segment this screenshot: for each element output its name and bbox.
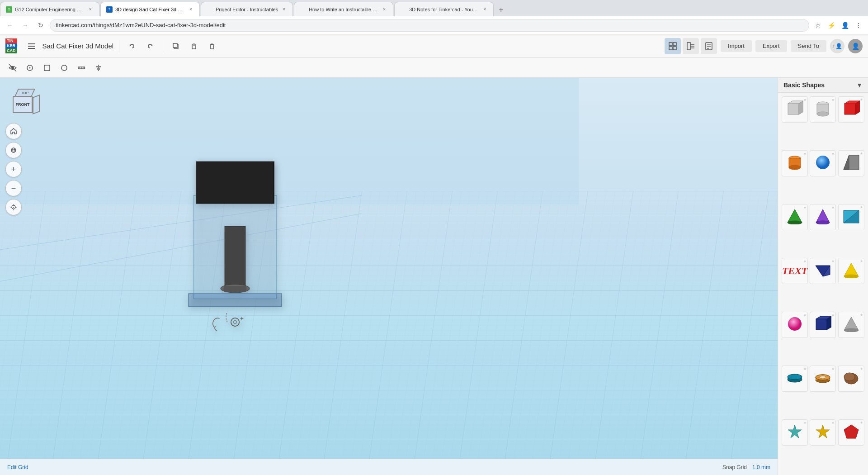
paste-button[interactable]	[187, 39, 201, 53]
delete-button[interactable]	[205, 39, 219, 53]
svg-rect-6	[173, 43, 177, 48]
address-bar[interactable]: tinkercad.com/things/dMz1wm2eUND-sad-cat…	[50, 19, 809, 32]
tab-instructables1[interactable]: Project Editor - Instructables ×	[201, 2, 293, 16]
align-button[interactable]	[91, 61, 106, 75]
snap-value[interactable]: 1.0 mm	[752, 464, 770, 470]
shape-item-shape-cone-yellow[interactable]: ★	[838, 258, 864, 284]
svg-rect-35	[96, 66, 101, 67]
svg-rect-38	[0, 191, 778, 475]
project-title: Sad Cat Fixer 3d Model	[42, 42, 114, 50]
tab-close-tinkercad[interactable]: ×	[188, 6, 194, 13]
import-button[interactable]: Import	[721, 40, 752, 52]
tab-youtube[interactable]: 3D Notes for Tinkercad - YouTu... ×	[394, 2, 494, 16]
shape-item-shape-angular-dark[interactable]: ★	[838, 150, 864, 176]
shape-item-shape-disc-teal[interactable]: ★	[782, 366, 808, 392]
tab-close-g12[interactable]: ×	[87, 6, 94, 13]
shape-item-shape-box-red[interactable]: ★	[838, 96, 864, 123]
top-right-actions: Import Export Send To +👤 👤	[665, 38, 863, 54]
left-controls: + −	[5, 123, 22, 215]
shape-item-shape-star-gold[interactable]: ★	[810, 419, 836, 446]
tab-favicon-instructables2	[300, 6, 306, 13]
shape-select-button[interactable]	[40, 61, 54, 75]
menu-icon[interactable]: ⋮	[853, 19, 864, 31]
circle-tool-button[interactable]	[57, 61, 71, 75]
visibility-toggle-button[interactable]	[5, 61, 20, 75]
edit-grid-label[interactable]: Edit Grid	[7, 464, 28, 470]
undo-button[interactable]	[125, 39, 139, 53]
send-to-button[interactable]: Send To	[791, 40, 826, 52]
top-toolbar: TIN KER CAD Sad Cat Fixer 3d Model	[0, 34, 868, 58]
add-user-button[interactable]: +👤	[830, 39, 844, 53]
shape-item-shape-wedge-teal[interactable]: ★	[838, 204, 864, 230]
shape-item-shape-sphere-blue[interactable]: ★	[810, 150, 836, 176]
shape-item-shape-pentagon-red[interactable]: ★	[838, 419, 864, 446]
shape-item-shape-blob[interactable]: ★	[838, 366, 864, 392]
shape-item-shape-cone-green[interactable]: ★	[782, 204, 808, 230]
tab-close-instructables1[interactable]: ×	[281, 6, 287, 13]
back-button[interactable]: ←	[4, 19, 16, 32]
svg-point-98	[788, 374, 802, 380]
svg-rect-15	[673, 47, 676, 50]
tab-g12[interactable]: G G12 Computer Engineering TEA... ×	[0, 2, 99, 16]
svg-line-25	[9, 64, 16, 71]
shape-item-shape-star-teal[interactable]: ★	[782, 419, 808, 446]
tab-tinkercad[interactable]: T 3D design Sad Cat Fixer 3d Mod... ×	[100, 2, 200, 16]
new-tab-button[interactable]: +	[495, 4, 507, 16]
redo-button[interactable]	[143, 39, 157, 53]
shape-item-shape-sphere-pink[interactable]: ★	[782, 312, 808, 338]
shape-sphere-blue-visual	[815, 154, 831, 172]
profile-icon[interactable]: 👤	[839, 19, 851, 31]
fit-view-button[interactable]	[5, 199, 22, 215]
menu-toggle-button[interactable]	[24, 39, 39, 53]
tab-close-instructables2[interactable]: ×	[381, 6, 387, 13]
tab-favicon-g12: G	[6, 6, 12, 13]
zoom-out-button[interactable]: −	[5, 180, 22, 196]
shape-item-shape-cone-silver[interactable]: ★	[838, 312, 864, 338]
tab-title-instructables2: How to Write an Instructable - In...	[309, 7, 378, 12]
shape-cone-green-visual	[787, 208, 803, 226]
tab-instructables2[interactable]: How to Write an Instructable - In... ×	[294, 2, 393, 16]
forward-button[interactable]: →	[19, 19, 32, 32]
viewport[interactable]: FRONT TOP +	[0, 78, 778, 475]
extensions-icon[interactable]: ⚡	[826, 19, 837, 31]
shape-item-shape-cylinder[interactable]: ★	[810, 96, 836, 123]
panel-dropdown-button[interactable]: ▼	[856, 81, 863, 89]
user-profile-button[interactable]: 👤	[848, 39, 863, 53]
shape-sphere-pink-visual	[787, 316, 803, 334]
shape-wedge-teal-visual	[843, 209, 860, 226]
bookmark-icon[interactable]: ☆	[812, 19, 824, 31]
blueprint-view-button[interactable]	[683, 38, 699, 54]
svg-point-69	[817, 112, 829, 116]
right-panel-header: Basic Shapes ▼	[778, 78, 868, 93]
orbit-button[interactable]	[5, 142, 22, 158]
copy-button[interactable]	[169, 39, 183, 53]
ruler-button[interactable]	[74, 61, 89, 75]
zoom-in-button[interactable]: +	[5, 161, 22, 177]
svg-marker-78	[844, 155, 849, 170]
secondary-toolbar	[0, 58, 868, 78]
shape-item-shape-donut[interactable]: ★	[810, 366, 836, 392]
shape-item-shape-cyl-orange[interactable]: ★	[782, 150, 808, 176]
cube-front-label: FRONT	[16, 102, 30, 107]
shape-item-shape-prism-blue[interactable]: ★	[810, 258, 836, 284]
view-cube[interactable]: FRONT TOP	[9, 87, 41, 119]
address-bar-row: ← → ↻ tinkercad.com/things/dMz1wm2eUND-s…	[0, 16, 868, 34]
svg-marker-108	[844, 425, 859, 438]
reload-button[interactable]: ↻	[34, 19, 47, 32]
grid-view-button[interactable]	[665, 38, 681, 54]
address-text: tinkercad.com/things/dMz1wm2eUND-sad-cat…	[56, 22, 226, 28]
svg-point-80	[788, 221, 802, 224]
home-view-button[interactable]	[5, 123, 22, 139]
svg-point-29	[61, 65, 67, 71]
grid-settings-button[interactable]	[23, 61, 37, 75]
shape-item-shape-box-navy[interactable]: ★	[810, 312, 836, 338]
notes-view-button[interactable]	[701, 38, 717, 54]
tab-close-youtube[interactable]: ×	[481, 6, 488, 13]
shape-angular-dark-visual	[843, 154, 860, 172]
shape-item-shape-box-gray[interactable]: ★	[782, 96, 808, 123]
shape-item-shape-text[interactable]: ★TEXT	[782, 258, 808, 284]
svg-point-90	[788, 317, 802, 331]
export-button[interactable]: Export	[755, 40, 787, 52]
snap-grid-label: Snap Grid	[722, 464, 747, 470]
shape-item-shape-cone-purple[interactable]: ★	[810, 204, 836, 230]
